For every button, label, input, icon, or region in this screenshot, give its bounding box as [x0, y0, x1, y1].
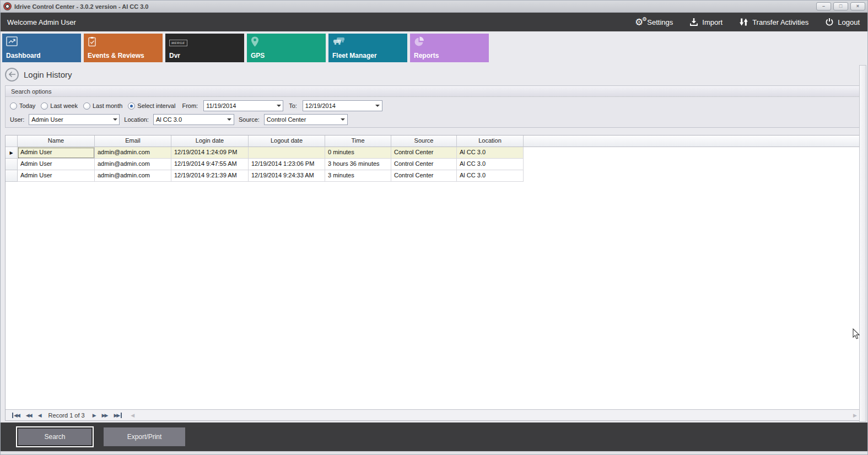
title-bar: Idrive Control Center - 3.0.2 version - … — [1, 1, 867, 13]
search-button[interactable]: Search — [17, 427, 93, 446]
row-indicator-header — [6, 136, 18, 147]
radio-label: Today — [19, 102, 35, 109]
column-header-name[interactable]: Name — [18, 136, 95, 147]
radio-last-month[interactable]: Last month — [83, 102, 122, 110]
tile-events-reviews[interactable]: Events & Reviews — [84, 34, 163, 62]
user-dropdown[interactable]: Admin User — [29, 114, 120, 125]
radio-label: Last week — [50, 102, 78, 109]
column-header-source[interactable]: Source — [391, 136, 457, 147]
hscroll-right-arrow[interactable]: ▶ — [853, 413, 856, 418]
hscroll-left-arrow[interactable]: ◀ — [131, 413, 133, 418]
export-print-button[interactable]: Export/Print — [104, 427, 185, 446]
radio-last-week[interactable]: Last week — [41, 102, 78, 110]
import-icon — [689, 18, 698, 26]
close-button[interactable]: × — [850, 2, 865, 10]
radio-circle-icon — [10, 102, 17, 110]
logout-label: Logout — [838, 18, 860, 26]
logout-button[interactable]: Logout — [825, 18, 860, 26]
nav-next-page-button[interactable]: ▶▶ — [102, 413, 107, 418]
tile-label: Dvr — [169, 52, 180, 59]
nav-tiles: Dashboard Events & Reviews MERGE Dvr GPS… — [1, 31, 867, 64]
back-button[interactable] — [5, 68, 19, 82]
column-header-location[interactable]: Location — [457, 136, 524, 147]
cell-time: 3 hours 36 minutes — [325, 159, 391, 170]
login-history-grid: Name Email Login date Logout date Time S… — [5, 135, 863, 421]
user-value: Admin User — [29, 116, 111, 123]
cell-logout-date — [249, 147, 325, 159]
table-row[interactable]: Admin User admin@admin.com 12/19/2014 9:… — [6, 170, 862, 182]
nav-previous-page-button[interactable]: ◀◀ — [26, 413, 31, 418]
column-header-time[interactable]: Time — [325, 136, 391, 147]
cell-logout-date: 12/19/2014 1:23:06 PM — [249, 159, 325, 170]
chevron-down-icon — [339, 118, 347, 121]
column-header-filler — [524, 136, 862, 147]
source-dropdown[interactable]: Control Center — [264, 114, 348, 125]
table-row[interactable]: ▶ Admin User admin@admin.com 12/19/2014 … — [6, 147, 862, 159]
mouse-cursor — [853, 328, 860, 340]
radio-circle-icon — [128, 102, 135, 110]
top-bar: Welcome Admin User ⚙⚙ Settings Import Tr… — [1, 13, 867, 31]
column-header-logout-date[interactable]: Logout date — [249, 136, 325, 147]
tile-dvr[interactable]: MERGE Dvr — [165, 34, 244, 62]
chevron-down-icon — [274, 105, 283, 107]
cell-time: 0 minutes — [325, 147, 391, 159]
user-label: User: — [10, 116, 24, 123]
line-chart-icon — [6, 36, 18, 46]
import-button[interactable]: Import — [689, 18, 723, 26]
location-dropdown[interactable]: Al CC 3.0 — [153, 114, 234, 125]
radio-today[interactable]: Today — [10, 102, 35, 110]
minimize-button[interactable]: – — [816, 2, 831, 10]
transfer-activities-button[interactable]: Transfer Activities — [739, 18, 808, 26]
page-header: Login History — [1, 64, 867, 84]
to-date-dropdown[interactable]: 12/19/2014 — [303, 100, 382, 111]
cell-login-date: 12/19/2014 9:21:39 AM — [171, 170, 249, 182]
to-date-value: 12/19/2014 — [303, 102, 374, 109]
map-pin-icon — [251, 36, 259, 47]
nav-previous-button[interactable]: ◀ — [38, 413, 41, 418]
footer-bar: Search Export/Print — [1, 422, 867, 451]
cell-login-date: 12/19/2014 9:47:55 AM — [171, 159, 249, 170]
current-row-arrow-icon: ▶ — [6, 147, 18, 159]
cell-name: Admin User — [18, 147, 95, 159]
nav-next-button[interactable]: ▶ — [93, 413, 95, 418]
cell-source: Control Center — [391, 147, 457, 159]
nav-first-button[interactable]: ◀◀ — [12, 413, 19, 418]
clipboard-check-icon — [88, 36, 96, 47]
app-window: Idrive Control Center - 3.0.2 version - … — [0, 0, 868, 455]
source-label: Source: — [239, 116, 260, 123]
to-label: To: — [289, 102, 297, 109]
search-row-filters: User: Admin User Location: Al CC 3.0 Sou… — [6, 112, 862, 125]
vertical-scrollbar[interactable] — [859, 65, 866, 422]
tile-gps[interactable]: GPS — [247, 34, 326, 62]
tile-dashboard[interactable]: Dashboard — [2, 34, 81, 62]
cell-location: Al CC 3.0 — [457, 170, 524, 182]
table-row[interactable]: Admin User admin@admin.com 12/19/2014 9:… — [6, 159, 862, 170]
cell-location: Al CC 3.0 — [457, 159, 524, 170]
cell-login-date: 12/19/2014 1:24:09 PM — [171, 147, 249, 159]
tile-label: Dashboard — [6, 52, 41, 59]
cell-email: admin@admin.com — [95, 147, 171, 159]
cell-source: Control Center — [391, 159, 457, 170]
chevron-down-icon — [111, 118, 119, 121]
vehicles-icon — [332, 36, 346, 46]
nav-last-button[interactable]: ▶▶ — [114, 413, 122, 418]
tile-reports[interactable]: Reports — [410, 34, 489, 62]
cell-email: admin@admin.com — [95, 170, 171, 182]
grid-empty-area — [6, 182, 862, 409]
radio-circle-icon — [41, 102, 48, 110]
topbar-actions: ⚙⚙ Settings Import Transfer Activities — [635, 18, 860, 27]
from-label: From: — [182, 102, 198, 109]
radio-select-interval[interactable]: Select interval — [128, 102, 175, 110]
search-options-panel: Search options Today Last week Last mont… — [5, 85, 863, 128]
radio-label: Select interval — [137, 102, 175, 109]
from-date-dropdown[interactable]: 11/19/2014 — [203, 100, 283, 111]
settings-button[interactable]: ⚙⚙ Settings — [635, 18, 673, 27]
column-header-login-date[interactable]: Login date — [171, 136, 249, 147]
window-title: Idrive Control Center - 3.0.2 version - … — [14, 3, 814, 10]
cell-logout-date: 12/19/2014 9:24:33 AM — [249, 170, 325, 182]
maximize-button[interactable]: □ — [833, 2, 848, 10]
tile-fleet-manager[interactable]: Fleet Manager — [328, 34, 407, 62]
import-label: Import — [702, 18, 723, 26]
column-header-email[interactable]: Email — [95, 136, 171, 147]
cell-time: 3 minutes — [325, 170, 391, 182]
